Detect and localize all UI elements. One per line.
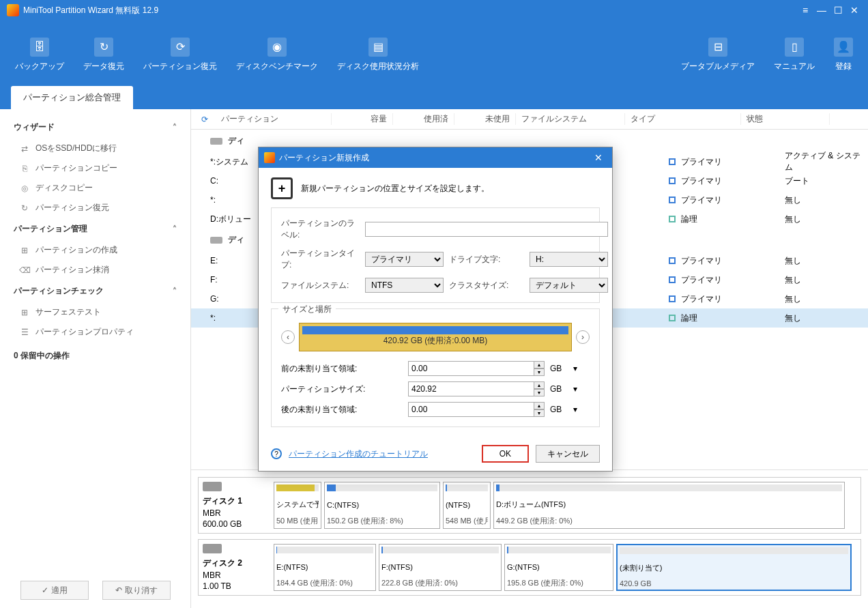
app-title: MiniTool Partition Wizard 無料版 12.9: [23, 5, 796, 16]
sidebar-item-props[interactable]: ☰パーティションプロパティ: [0, 322, 190, 342]
spin-down-button[interactable]: ▼: [534, 409, 545, 417]
data-recover-button[interactable]: ↻データ復元: [74, 33, 134, 76]
unit-label: GB: [550, 405, 568, 414]
filesystem-select[interactable]: NTFS: [365, 278, 444, 293]
partition-label-input[interactable]: [365, 222, 608, 237]
sidebar-item-create[interactable]: ⊞パーティションの作成: [0, 240, 190, 260]
disk-row: ディスク 1MBR600.00 GBシステムで予約50 MB (使用C:(NTF…: [198, 477, 861, 534]
size-after-row: 後の未割り当て領域: ▲▼ GB ▾: [281, 402, 590, 417]
sidebar-item-copy-disk[interactable]: ◎ディスクコピー: [0, 178, 190, 198]
partition-size-input[interactable]: [408, 381, 534, 396]
cancel-button[interactable]: キャンセル: [536, 445, 600, 463]
size-partition-row: パーティションサイズ: ▲▼ GB ▾: [281, 381, 590, 396]
pending-operations: 0 保留中の操作: [0, 342, 190, 370]
sidebar-mgmt-header[interactable]: パーティション管理˄: [0, 218, 190, 240]
minimize-button[interactable]: —: [815, 3, 828, 17]
book-icon: ▯: [785, 38, 804, 57]
register-button[interactable]: 👤登録: [824, 33, 863, 76]
dialog-title: パーティション新規作成: [279, 152, 586, 164]
partition-box[interactable]: システムで予約50 MB (使用: [274, 482, 321, 529]
spin-up-button[interactable]: ▲: [534, 381, 545, 389]
unit-dropdown[interactable]: ▾: [573, 384, 590, 394]
tutorial-link[interactable]: パーティション作成のチュートリアル: [289, 448, 428, 460]
partition-type-select[interactable]: プライマリ: [365, 252, 444, 267]
spin-down-button[interactable]: ▼: [534, 389, 545, 396]
tab-partition-management[interactable]: パーティション総合管理: [11, 86, 133, 109]
disk-label: ディスク 1MBR600.00 GB: [203, 482, 271, 529]
label-filesystem: ファイルシステム:: [281, 280, 360, 291]
partition-box[interactable]: (NTFS)548 MB (使月: [443, 482, 491, 529]
help-icon: ?: [271, 448, 282, 459]
dialog-close-button[interactable]: ✕: [590, 149, 607, 166]
label-space-before: 前の未割り当て領域:: [281, 363, 403, 375]
col-status[interactable]: 状態: [741, 113, 830, 125]
plus-square-icon: ⊞: [19, 245, 30, 256]
dialog-logo-icon: [264, 152, 275, 163]
chevron-up-icon: ˄: [173, 287, 177, 296]
partition-box[interactable]: D:ボリューム(NTFS)449.2 GB (使用済: 0%): [493, 482, 845, 529]
type-color-icon: [669, 257, 676, 264]
undo-button[interactable]: ↶ 取り消す: [102, 581, 171, 600]
menu-icon[interactable]: ≡: [798, 3, 812, 17]
maximize-button[interactable]: ☐: [831, 3, 845, 17]
label-partition-type: パーティションタイプ:: [281, 248, 360, 271]
col-type[interactable]: タイプ: [625, 113, 741, 125]
close-button[interactable]: ✕: [848, 3, 861, 17]
space-after-input[interactable]: [408, 402, 534, 417]
refresh-icon[interactable]: ⟳: [198, 113, 212, 126]
backup-button[interactable]: 🗄バックアップ: [5, 33, 74, 76]
partition-box[interactable]: G:(NTFS)195.8 GB (使用済: 0%): [504, 544, 613, 591]
size-before-row: 前の未割り当て領域: ▲▼ GB ▾: [281, 361, 590, 376]
disk-label: ディスク 2MBR1.00 TB: [203, 544, 271, 591]
label-cluster-size: クラスタサイズ:: [449, 280, 524, 291]
backup-icon: 🗄: [30, 38, 49, 57]
usage-button[interactable]: ▤ディスク使用状況分析: [328, 33, 429, 76]
ok-button[interactable]: OK: [482, 445, 529, 463]
col-used[interactable]: 使用済: [393, 113, 454, 125]
disks-panel: ディスク 1MBR600.00 GBシステムで予約50 MB (使用C:(NTF…: [191, 469, 868, 608]
col-partition[interactable]: パーティション: [216, 113, 332, 125]
chevron-up-icon: ˄: [173, 123, 177, 132]
partition-box[interactable]: C:(NTFS)150.2 GB (使用済: 8%): [324, 482, 440, 529]
benchmark-button[interactable]: ◉ディスクベンチマーク: [227, 33, 328, 76]
unit-dropdown[interactable]: ▾: [573, 364, 590, 373]
drive-plus-icon: +: [271, 177, 293, 199]
dialog-body: + 新規パーティションの位置とサイズを設定します。 パーティションのラベル: パ…: [259, 168, 612, 437]
spin-up-button[interactable]: ▲: [534, 402, 545, 409]
space-before-input[interactable]: [408, 361, 534, 376]
manual-button[interactable]: ▯マニュアル: [764, 33, 824, 76]
sidebar-item-migrate-os[interactable]: ⇄OSをSSD/HDDに移行: [0, 139, 190, 158]
type-color-icon: [669, 295, 676, 302]
col-unused[interactable]: 未使用: [454, 113, 516, 125]
disk-icon: [203, 544, 222, 553]
titlebar: MiniTool Partition Wizard 無料版 12.9 ≡ — ☐…: [0, 0, 868, 20]
size-bar-row: ‹ 420.92 GB (使用済:0.00 MB) ›: [281, 323, 590, 351]
partition-box[interactable]: F:(NTFS)222.8 GB (使用済: 0%): [379, 544, 502, 591]
sidebar-item-wipe[interactable]: ⌫パーティション抹消: [0, 260, 190, 280]
move-left-button[interactable]: ‹: [281, 330, 295, 344]
apply-button[interactable]: ✓ 適用: [20, 581, 89, 600]
spin-down-button[interactable]: ▼: [534, 368, 545, 376]
size-legend: サイズと場所: [278, 304, 336, 315]
sidebar-item-recover-partition[interactable]: ↻パーティション復元: [0, 198, 190, 218]
partition-box[interactable]: E:(NTFS)184.4 GB (使用済: 0%): [274, 544, 376, 591]
sidebar-wizard-header[interactable]: ウィザード˄: [0, 116, 190, 139]
cluster-size-select[interactable]: デフォルト: [530, 278, 608, 293]
sidebar-item-surface[interactable]: ⊞サーフェステスト: [0, 302, 190, 322]
sidebar-item-copy-partition[interactable]: ⎘パーティションコピー: [0, 158, 190, 178]
col-fs[interactable]: ファイルシステム: [516, 113, 625, 125]
spin-up-button[interactable]: ▲: [534, 361, 545, 368]
user-plus-icon: 👤: [834, 38, 853, 57]
bootable-button[interactable]: ⊟ブータブルメディア: [671, 33, 764, 76]
partition-box[interactable]: (未割り当て)420.9 GB: [616, 544, 852, 591]
drive-letter-select[interactable]: H:: [530, 252, 608, 267]
sidebar-check-header[interactable]: パーティションチェック˄: [0, 280, 190, 302]
col-capacity[interactable]: 容量: [332, 113, 393, 125]
unit-dropdown[interactable]: ▾: [573, 405, 590, 414]
disk-icon: [210, 237, 222, 244]
size-bar[interactable]: 420.92 GB (使用済:0.00 MB): [299, 323, 572, 351]
partition-recover-button[interactable]: ⟳パーティション復元: [134, 33, 227, 76]
dialog-titlebar: パーティション新規作成 ✕: [259, 147, 612, 168]
chevron-up-icon: ˄: [173, 225, 177, 234]
move-right-button[interactable]: ›: [576, 330, 590, 344]
